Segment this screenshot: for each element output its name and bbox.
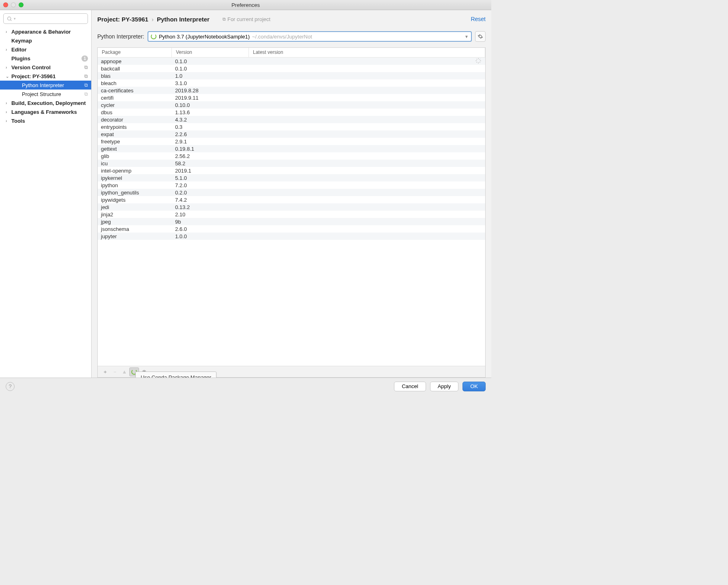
chevron-right-icon: › <box>6 30 10 34</box>
upgrade-package-button: ▲ <box>120 367 129 376</box>
table-row[interactable]: jupyter1.0.0 <box>98 233 485 240</box>
cell-package: jupyter <box>98 233 172 239</box>
gear-icon <box>477 34 483 39</box>
sidebar-item-python-interpreter[interactable]: ›Python Interpreter⧉ <box>0 81 91 90</box>
cell-package: decorator <box>98 117 172 123</box>
table-row[interactable]: ipython_genutils0.2.0 <box>98 189 485 196</box>
sidebar-item-project-structure[interactable]: ›Project Structure⧉ <box>0 90 91 98</box>
header-latest[interactable]: Latest version <box>249 48 485 57</box>
cell-version: 3.1.0 <box>172 80 249 86</box>
table-row[interactable]: jinja22.10 <box>98 211 485 218</box>
cell-version: 2.6.0 <box>172 226 249 232</box>
svg-line-7 <box>480 62 480 62</box>
sidebar-item-keymap[interactable]: ›Keymap <box>0 36 91 45</box>
sidebar-item-build-execution-deployment[interactable]: ›Build, Execution, Deployment <box>0 98 91 107</box>
table-row[interactable]: expat2.2.6 <box>98 130 485 138</box>
cell-version: 2.10 <box>172 211 249 218</box>
sidebar-item-languages-frameworks[interactable]: ›Languages & Frameworks <box>0 107 91 116</box>
footer: ? Cancel Apply OK <box>0 378 491 395</box>
cell-package: jinja2 <box>98 211 172 218</box>
table-row[interactable]: ipywidgets7.4.2 <box>98 196 485 203</box>
cell-package: freetype <box>98 139 172 145</box>
cell-version: 2019.1 <box>172 168 249 174</box>
remove-package-button: － <box>110 367 120 376</box>
interpreter-settings-button[interactable] <box>475 31 486 42</box>
cell-package: ca-certificates <box>98 88 172 94</box>
sidebar-item-appearance-behavior[interactable]: ›Appearance & Behavior <box>0 27 91 36</box>
table-row[interactable]: icu58.2 <box>98 160 485 167</box>
table-row[interactable]: freetype2.9.1 <box>98 138 485 145</box>
sidebar: ▾ ›Appearance & Behavior›Keymap›Editor›P… <box>0 10 92 378</box>
minus-icon: － <box>112 368 118 376</box>
cell-package: intel-openmp <box>98 168 172 174</box>
header-version[interactable]: Version <box>172 48 249 57</box>
reset-link[interactable]: Reset <box>471 16 486 22</box>
ok-button[interactable]: OK <box>462 382 486 391</box>
maximize-window-icon[interactable] <box>19 2 24 7</box>
table-row[interactable]: backcall0.1.0 <box>98 65 485 72</box>
apply-button[interactable]: Apply <box>430 382 459 391</box>
add-package-button[interactable]: ＋ <box>100 367 110 376</box>
table-row[interactable]: glib2.56.2 <box>98 152 485 160</box>
copy-icon: ⧉ <box>84 91 88 97</box>
svg-line-6 <box>477 59 477 59</box>
table-row[interactable]: ipython7.2.0 <box>98 181 485 189</box>
cell-version: 5.1.0 <box>172 175 249 181</box>
loading-icon <box>475 58 481 64</box>
copy-icon: ⧉ <box>84 82 88 88</box>
chevron-down-icon: ⌄ <box>6 74 10 79</box>
sidebar-item-editor[interactable]: ›Editor <box>0 45 91 54</box>
sidebar-item-label: Build, Execution, Deployment <box>11 100 88 106</box>
table-row[interactable]: blas1.0 <box>98 72 485 79</box>
table-row[interactable]: entrypoints0.3 <box>98 123 485 130</box>
scope-hint: ⧉ For current project <box>223 16 270 22</box>
table-row[interactable]: bleach3.1.0 <box>98 79 485 87</box>
sidebar-item-project-py-35961[interactable]: ⌄Project: PY-35961⧉ <box>0 72 91 81</box>
table-row[interactable]: certifi2019.9.11 <box>98 94 485 101</box>
cell-package: cycler <box>98 102 172 108</box>
table-row[interactable]: dbus1.13.6 <box>98 109 485 116</box>
plus-icon: ＋ <box>103 368 108 376</box>
sidebar-item-label: Keymap <box>11 38 88 44</box>
sidebar-item-version-control[interactable]: ›Version Control⧉ <box>0 63 91 72</box>
table-row[interactable]: jsonschema2.6.0 <box>98 225 485 233</box>
table-body[interactable]: appnope0.1.0backcall0.1.0blas1.0bleach3.… <box>98 58 485 366</box>
sidebar-item-label: Appearance & Behavior <box>11 29 88 35</box>
cell-package: expat <box>98 131 172 137</box>
settings-tree: ›Appearance & Behavior›Keymap›Editor›Plu… <box>0 26 91 378</box>
chevron-right-icon: › <box>6 65 10 70</box>
interpreter-selected: Python 3.7 (JupyterNotebookSample1) <box>159 34 250 40</box>
sidebar-item-plugins[interactable]: ›Plugins1 <box>0 54 91 63</box>
search-input[interactable]: ▾ <box>3 13 88 24</box>
table-row[interactable]: ipykernel5.1.0 <box>98 174 485 181</box>
close-window-icon[interactable] <box>3 2 8 7</box>
cell-version: 0.2.0 <box>172 190 249 196</box>
sidebar-item-tools[interactable]: ›Tools <box>0 116 91 125</box>
cell-package: dbus <box>98 109 172 115</box>
cell-package: ipywidgets <box>98 197 172 203</box>
cancel-button[interactable]: Cancel <box>394 382 426 391</box>
sidebar-item-label: Python Interpreter <box>22 82 83 88</box>
interpreter-select[interactable]: Python 3.7 (JupyterNotebookSample1) ~/.c… <box>148 31 472 42</box>
cell-package: glib <box>98 153 172 159</box>
main-panel: Project: PY-35961 › Python Interpreter ⧉… <box>92 10 491 378</box>
conda-icon <box>151 34 156 39</box>
copy-icon: ⧉ <box>223 17 226 22</box>
cell-version: 0.1.0 <box>172 66 249 72</box>
table-row[interactable]: jedi0.13.2 <box>98 203 485 211</box>
table-row[interactable]: appnope0.1.0 <box>98 58 485 65</box>
help-button[interactable]: ? <box>6 382 15 391</box>
header-package[interactable]: Package <box>98 48 172 57</box>
cell-package: ipython_genutils <box>98 190 172 196</box>
cell-package: jpeg <box>98 219 172 225</box>
table-row[interactable]: jpeg9b <box>98 218 485 225</box>
table-row[interactable]: intel-openmp2019.1 <box>98 167 485 174</box>
cell-package: certifi <box>98 95 172 101</box>
table-row[interactable]: cycler0.10.0 <box>98 101 485 109</box>
titlebar: Preferences <box>0 0 491 10</box>
table-row[interactable]: gettext0.19.8.1 <box>98 145 485 152</box>
table-row[interactable]: decorator4.3.2 <box>98 116 485 123</box>
cell-version: 2.9.1 <box>172 139 249 145</box>
table-row[interactable]: ca-certificates2019.8.28 <box>98 87 485 94</box>
cell-package: gettext <box>98 146 172 152</box>
